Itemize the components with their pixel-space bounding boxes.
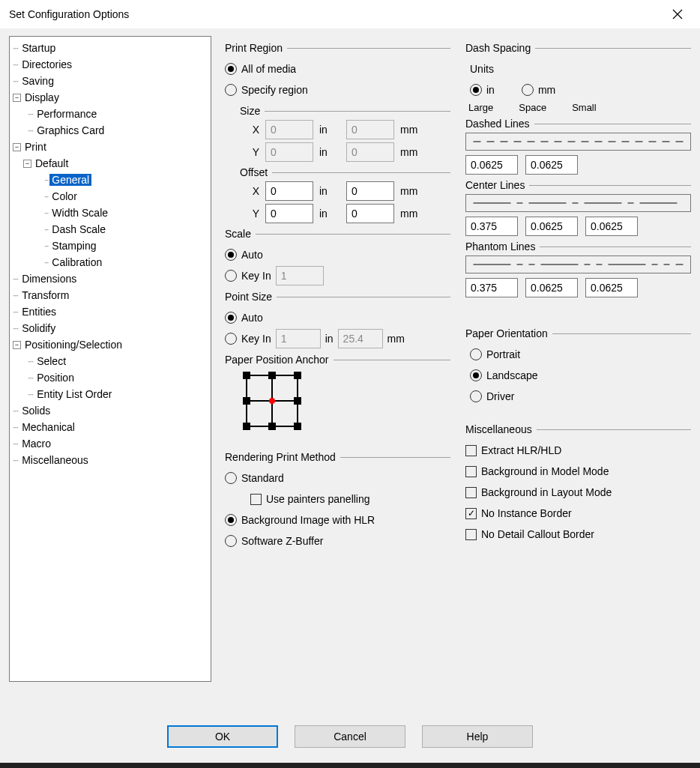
footer-strip bbox=[0, 763, 700, 768]
expand-icon[interactable]: − bbox=[13, 341, 21, 349]
dashed-sample bbox=[465, 133, 691, 151]
check-extract[interactable] bbox=[465, 445, 477, 456]
tree-item[interactable]: Performance bbox=[34, 108, 99, 120]
radio-units-in[interactable] bbox=[470, 84, 482, 96]
radio-render-zbuf[interactable] bbox=[225, 535, 237, 547]
expand-icon[interactable]: − bbox=[23, 160, 31, 168]
offset-x-in[interactable] bbox=[265, 181, 313, 201]
tree-item[interactable]: Stamping bbox=[49, 240, 98, 252]
tree-item[interactable]: Positioning/Selection bbox=[22, 339, 124, 351]
dialog-title: Set Configuration Options bbox=[9, 8, 664, 20]
group-misc: Miscellaneous bbox=[465, 423, 532, 435]
tree-item[interactable]: Width Scale bbox=[49, 207, 110, 219]
group-scale: Scale bbox=[225, 228, 251, 240]
tree-item[interactable]: Solidify bbox=[19, 322, 58, 334]
config-tree[interactable]: ····Startup ····Directories ····Saving −… bbox=[9, 36, 211, 682]
dashed-v2[interactable] bbox=[525, 155, 578, 175]
button-bar: OK Cancel Help bbox=[0, 710, 700, 763]
offset-y-mm[interactable] bbox=[346, 204, 394, 223]
group-print-region: Print Region bbox=[225, 42, 283, 54]
tree-item[interactable]: Select bbox=[34, 355, 68, 367]
settings-panel: Print Region All of media Specify region… bbox=[225, 36, 691, 710]
tree-item[interactable]: Entity List Order bbox=[34, 388, 114, 400]
help-button[interactable]: Help bbox=[422, 725, 533, 748]
tree-item[interactable]: Position bbox=[34, 372, 76, 384]
close-icon bbox=[672, 9, 683, 19]
center-sample bbox=[465, 194, 691, 212]
radio-ps-keyin[interactable] bbox=[225, 333, 237, 345]
radio-driver[interactable] bbox=[470, 390, 482, 402]
size-x-mm[interactable] bbox=[346, 120, 394, 139]
phantom-sample bbox=[465, 256, 691, 273]
phantom-v3[interactable] bbox=[585, 278, 638, 297]
tree-item[interactable]: Display bbox=[22, 91, 61, 103]
radio-all-of-media[interactable] bbox=[225, 63, 237, 75]
center-v2[interactable] bbox=[525, 217, 578, 236]
group-point-size: Point Size bbox=[225, 291, 272, 303]
ok-button[interactable]: OK bbox=[167, 725, 278, 748]
right-column: Dash Spacing Units in mm Large Space Sma… bbox=[465, 37, 691, 710]
tree-item[interactable]: Default bbox=[33, 157, 70, 169]
radio-units-mm[interactable] bbox=[522, 84, 534, 96]
titlebar: Set Configuration Options bbox=[0, 0, 700, 28]
center-v1[interactable] bbox=[465, 217, 518, 236]
dashed-v1[interactable] bbox=[465, 155, 518, 175]
scale-keyin-input[interactable] bbox=[276, 266, 324, 285]
tree-item[interactable]: Color bbox=[49, 190, 79, 202]
check-no-instance[interactable] bbox=[465, 508, 477, 519]
left-column: Print Region All of media Specify region… bbox=[225, 37, 450, 710]
cancel-button[interactable]: Cancel bbox=[295, 725, 405, 748]
ps-keyin-mm[interactable] bbox=[338, 329, 383, 348]
radio-portrait[interactable] bbox=[470, 348, 482, 360]
check-painters[interactable] bbox=[250, 494, 262, 505]
dialog-set-config: Set Configuration Options ····Startup ··… bbox=[0, 0, 700, 768]
expand-icon[interactable]: − bbox=[13, 143, 21, 151]
offset-x-mm[interactable] bbox=[346, 181, 394, 201]
group-anchor: Paper Position Anchor bbox=[225, 354, 329, 366]
radio-specify-region[interactable] bbox=[225, 84, 237, 96]
radio-scale-auto[interactable] bbox=[225, 249, 237, 261]
phantom-v1[interactable] bbox=[465, 278, 518, 297]
size-x-in[interactable] bbox=[265, 120, 313, 139]
anchor-center-icon bbox=[269, 398, 275, 404]
expand-icon[interactable]: − bbox=[13, 94, 21, 102]
tree-item[interactable]: Dimensions bbox=[19, 273, 79, 285]
offset-y-in[interactable] bbox=[265, 204, 313, 223]
phantom-v2[interactable] bbox=[525, 278, 578, 297]
check-bg-layout[interactable] bbox=[465, 487, 477, 498]
close-button[interactable] bbox=[664, 1, 691, 28]
group-orient: Paper Orientation bbox=[465, 327, 548, 339]
tree-item[interactable]: Transform bbox=[19, 289, 71, 301]
group-dash: Dash Spacing bbox=[465, 42, 531, 54]
group-render: Rendering Print Method bbox=[225, 451, 336, 463]
tree-item[interactable]: Mechanical bbox=[19, 421, 77, 433]
ps-keyin-in[interactable] bbox=[276, 329, 321, 348]
content-area: ····Startup ····Directories ····Saving −… bbox=[0, 28, 700, 710]
tree-item[interactable]: Macro bbox=[19, 438, 53, 450]
radio-ps-auto[interactable] bbox=[225, 312, 237, 324]
tree-item[interactable]: Saving bbox=[19, 75, 56, 87]
tree-item[interactable]: Startup bbox=[19, 42, 58, 54]
radio-render-standard[interactable] bbox=[225, 472, 237, 484]
radio-landscape[interactable] bbox=[470, 369, 482, 381]
tree-item[interactable]: Entities bbox=[19, 306, 58, 318]
radio-scale-keyin[interactable] bbox=[225, 270, 237, 282]
tree-item[interactable]: Dash Scale bbox=[49, 223, 108, 235]
tree-item[interactable]: Calibration bbox=[49, 256, 104, 268]
tree-item[interactable]: Print bbox=[22, 141, 49, 153]
check-bg-model[interactable] bbox=[465, 466, 477, 477]
anchor-picker[interactable] bbox=[243, 372, 301, 430]
center-v3[interactable] bbox=[585, 217, 638, 236]
tree-item[interactable]: Miscellaneous bbox=[19, 454, 91, 466]
tree-item-selected[interactable]: General bbox=[49, 174, 91, 186]
tree-item[interactable]: Solids bbox=[19, 405, 52, 417]
size-y-in[interactable] bbox=[265, 142, 313, 162]
tree-item[interactable]: Directories bbox=[19, 58, 74, 70]
check-no-detail[interactable] bbox=[465, 529, 477, 540]
size-y-mm[interactable] bbox=[346, 142, 394, 162]
tree-item[interactable]: Graphics Card bbox=[34, 124, 106, 136]
radio-render-bghlr[interactable] bbox=[225, 514, 237, 526]
